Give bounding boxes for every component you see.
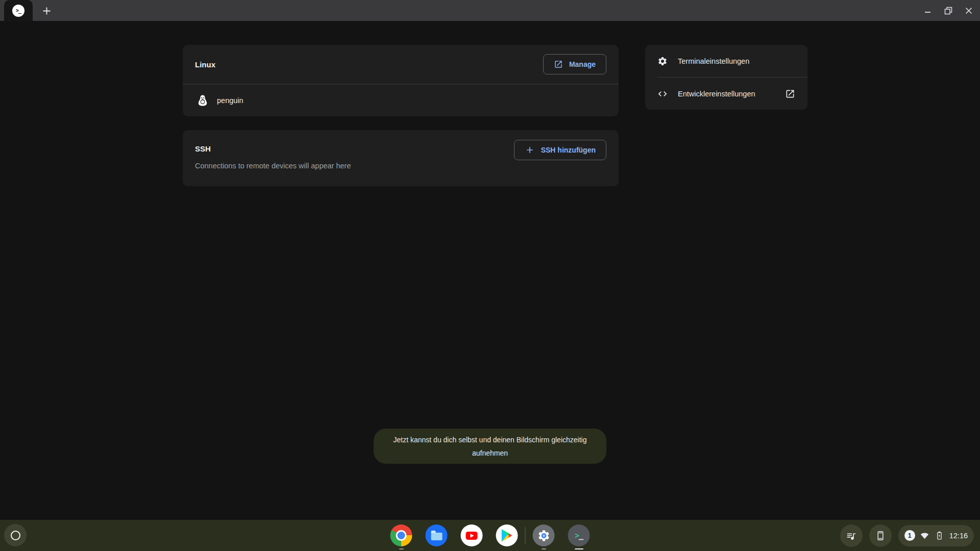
phone-icon bbox=[875, 530, 886, 541]
manage-button-label: Manage bbox=[569, 60, 596, 68]
media-controls-button[interactable] bbox=[840, 524, 863, 547]
status-area[interactable]: 1 12:16 bbox=[898, 525, 974, 546]
plus-icon bbox=[525, 145, 535, 155]
running-indicator bbox=[542, 548, 546, 550]
notification-count-badge: 1 bbox=[904, 530, 915, 541]
new-tab-button[interactable] bbox=[39, 3, 54, 18]
settings-gear-icon bbox=[533, 524, 555, 546]
linux-section-card: Linux Manage penguin bbox=[183, 45, 619, 116]
minimize-button[interactable] bbox=[922, 5, 934, 17]
terminal-app-icon: >_ bbox=[568, 524, 590, 546]
open-in-new-icon bbox=[785, 89, 795, 99]
app-chrome[interactable] bbox=[390, 524, 412, 546]
youtube-icon bbox=[461, 524, 483, 546]
queue-music-icon bbox=[846, 530, 857, 541]
app-terminal[interactable]: >_ bbox=[568, 524, 590, 546]
open-in-new-icon bbox=[554, 60, 563, 69]
notification-count: 1 bbox=[908, 532, 912, 539]
clock: 12:16 bbox=[949, 532, 968, 540]
launcher-circle-icon bbox=[11, 531, 20, 540]
terminal-favicon-icon: >_ bbox=[12, 5, 24, 17]
minimize-icon bbox=[924, 7, 932, 14]
shelf: >_ 1 bbox=[0, 520, 980, 551]
terminal-glyph: >_ bbox=[16, 8, 21, 13]
linux-header-row: Linux Manage bbox=[183, 45, 619, 84]
app-settings[interactable] bbox=[533, 524, 555, 546]
dock-separator bbox=[525, 527, 526, 544]
plus-icon bbox=[43, 7, 51, 15]
ssh-empty-text: Connections to remote devices will appea… bbox=[195, 162, 351, 170]
menu-item-label: Terminaleinstellungen bbox=[678, 57, 795, 65]
toast-notification: Jetzt kannst du dich selbst und deinen B… bbox=[374, 429, 606, 464]
restore-button[interactable] bbox=[942, 5, 954, 17]
shelf-app-dock: >_ bbox=[384, 520, 597, 551]
app-play-store[interactable] bbox=[496, 524, 518, 546]
running-indicator bbox=[399, 548, 404, 550]
settings-menu-card: Terminaleinstellungen Entwicklereinstell… bbox=[645, 45, 807, 110]
restore-icon bbox=[944, 7, 952, 15]
terminal-prompt-glyph: > bbox=[575, 531, 579, 540]
terminal-underscore-glyph: _ bbox=[579, 531, 583, 540]
menu-item-terminal-settings[interactable]: Terminaleinstellungen bbox=[645, 45, 807, 77]
app-files[interactable] bbox=[426, 524, 448, 546]
chrome-icon bbox=[390, 524, 412, 546]
gear-icon bbox=[657, 56, 668, 66]
container-row-penguin[interactable]: penguin bbox=[183, 85, 619, 116]
container-name: penguin bbox=[217, 96, 243, 105]
window-controls bbox=[922, 0, 975, 21]
close-icon bbox=[965, 7, 972, 14]
menu-item-developer-settings[interactable]: Entwicklereinstellungen bbox=[645, 78, 807, 110]
add-ssh-button-label: SSH hinzufügen bbox=[541, 146, 596, 154]
tab-terminal[interactable]: >_ bbox=[4, 0, 33, 21]
app-youtube[interactable] bbox=[461, 524, 483, 546]
code-icon bbox=[657, 89, 668, 99]
phone-hub-button[interactable] bbox=[869, 524, 892, 547]
play-store-icon bbox=[496, 524, 518, 546]
wifi-icon bbox=[920, 531, 929, 540]
files-icon bbox=[426, 524, 448, 546]
running-indicator-active bbox=[575, 548, 583, 550]
ssh-title: SSH bbox=[195, 144, 211, 153]
add-ssh-button[interactable]: SSH hinzufügen bbox=[514, 140, 606, 160]
toast-message: Jetzt kannst du dich selbst und deinen B… bbox=[388, 433, 592, 460]
system-tray: 1 12:16 bbox=[840, 520, 974, 551]
battery-charging-icon bbox=[934, 530, 945, 541]
ssh-section-card: SSH Connections to remote devices will a… bbox=[183, 130, 619, 186]
close-button[interactable] bbox=[963, 5, 975, 17]
linux-title: Linux bbox=[195, 60, 215, 69]
manage-button[interactable]: Manage bbox=[543, 54, 606, 74]
penguin-icon bbox=[197, 94, 209, 107]
tab-strip: >_ bbox=[0, 0, 980, 21]
launcher-button[interactable] bbox=[4, 524, 27, 546]
menu-item-label: Entwicklereinstellungen bbox=[678, 90, 785, 98]
